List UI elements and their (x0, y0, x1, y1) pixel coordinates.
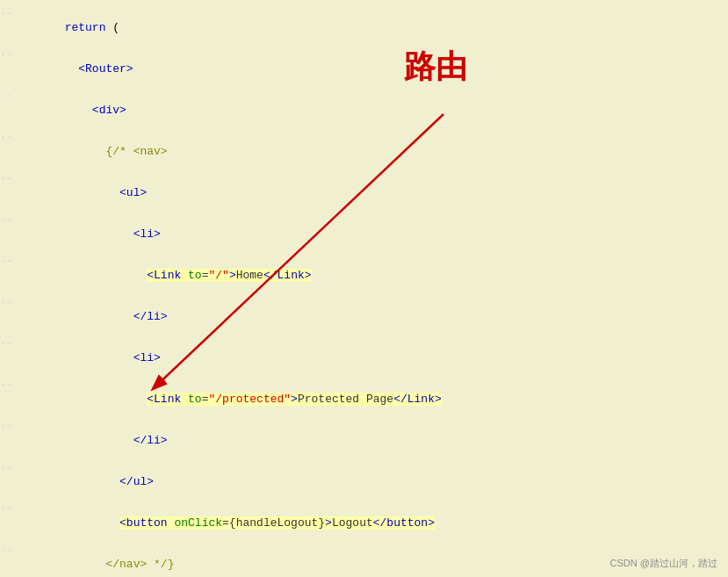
keyword-return: return (65, 21, 106, 34)
line-content: <li> (20, 214, 728, 254)
gutter-dots: ·· (0, 503, 20, 514)
line-content: <li> (20, 338, 728, 378)
line-content: <ul> (20, 173, 728, 213)
gutter-dots: ·· (0, 173, 20, 184)
tag-ul: <ul> (119, 186, 147, 199)
code-line: ·· </li> (0, 420, 728, 461)
tag-li-close: </li> (133, 310, 168, 323)
line-content: </li> (20, 421, 728, 460)
tag-div: <div> (92, 104, 126, 117)
tag-ul-close: </ul> (119, 475, 154, 488)
code-line: ·· <li> (0, 213, 728, 255)
gutter-dots: ·· (0, 462, 20, 472)
tag-router: <Router> (78, 62, 133, 76)
link-home: <Link to="/">Home</Link> (147, 269, 311, 282)
tag-li: <li> (133, 227, 161, 241)
code-line: ·· <Link to="/">Home</Link> (0, 255, 728, 296)
gutter-dots: ·· (0, 545, 20, 555)
code-line: ·· <button onClick={handleLogout}>Logout… (0, 502, 728, 544)
gutter-dots: ·· (0, 132, 20, 142)
code-line: ·· <li> (0, 337, 728, 379)
button-logout: <button onClick={handleLogout}>Logout</b… (119, 516, 435, 530)
line-content: </li> (20, 297, 728, 336)
code-line: ·· {/* <nav> (0, 131, 728, 172)
gutter-dots: ·· (0, 379, 20, 390)
line-content: <Link to="/">Home</Link> (20, 256, 728, 295)
gutter-dots: ·· (0, 90, 20, 101)
code-line: ·· return ( (0, 7, 728, 48)
code-line: ·· </li> (0, 296, 728, 337)
gutter-dots: ·· (0, 297, 20, 307)
line-content: <Router> (20, 49, 728, 89)
gutter-dots: ·· (0, 49, 20, 60)
code-line: ·· <Link to="/protected">Protected Page<… (0, 379, 728, 420)
paren: ( (105, 21, 119, 34)
code-line: ·· <ul> (0, 172, 728, 213)
comment-nav-close: </nav> */} (105, 558, 174, 571)
code-container: ·· return ( ·· <Router> ·· <div> ·· {/* … (0, 0, 728, 577)
gutter-dots: ·· (0, 8, 20, 18)
gutter-dots: ·· (0, 421, 20, 431)
code-line: ·· <Router> (0, 48, 728, 90)
comment-nav: {/* <nav> (105, 145, 167, 158)
link-protected: <Link to="/protected">Protected Page</Li… (147, 393, 442, 406)
gutter-dots: ·· (0, 338, 20, 349)
gutter-dots: ·· (0, 256, 20, 266)
line-content: {/* <nav> (20, 132, 728, 171)
code-line: ·· </ul> (0, 461, 728, 502)
line-content: </ul> (20, 462, 728, 501)
watermark: CSDN @踏过山河，踏过 (610, 557, 717, 570)
line-content: <Link to="/protected">Protected Page</Li… (20, 379, 728, 419)
line-content: return ( (20, 8, 728, 47)
gutter-dots: ·· (0, 214, 20, 225)
tag-li2-close: </li> (133, 434, 168, 447)
line-content: <button onClick={handleLogout}>Logout</b… (20, 503, 728, 543)
code-line: ·· <div> (0, 90, 728, 131)
tag-li2: <li> (133, 351, 161, 364)
line-content: <div> (20, 90, 728, 130)
